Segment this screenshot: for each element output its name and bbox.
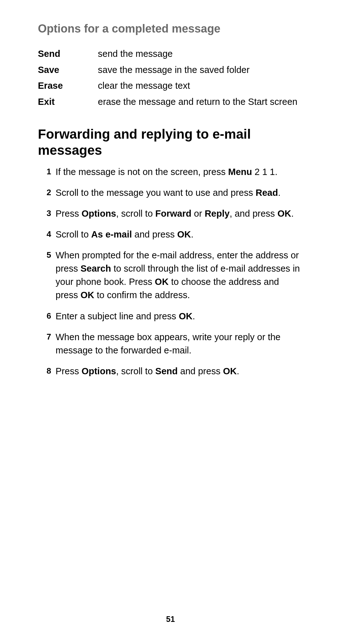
step-number: 1 (38, 165, 56, 178)
options-term: Erase (38, 79, 98, 92)
step-text: If the message is not on the screen, pre… (56, 165, 303, 178)
step-number: 2 (38, 186, 56, 199)
options-desc: send the message (98, 47, 303, 60)
step-number: 5 (38, 249, 56, 261)
step-text: When the message box appears, write your… (56, 330, 303, 357)
options-subheading: Options for a completed message (38, 22, 303, 35)
step-number: 3 (38, 207, 56, 220)
manual-page: Options for a completed message Send sen… (0, 0, 341, 644)
step-item: 5 When prompted for the e-mail address, … (38, 249, 303, 302)
page-number: 51 (0, 615, 341, 624)
step-item: 4 Scroll to As e-mail and press OK. (38, 228, 303, 241)
step-text: Enter a subject line and press OK. (56, 310, 303, 323)
step-text: When prompted for the e-mail address, en… (56, 249, 303, 302)
step-text: Press Options, scroll to Forward or Repl… (56, 207, 303, 220)
step-text: Scroll to the message you want to use an… (56, 186, 303, 199)
step-item: 8 Press Options, scroll to Send and pres… (38, 364, 303, 378)
step-text: Scroll to As e-mail and press OK. (56, 228, 303, 241)
options-desc: save the message in the saved folder (98, 63, 303, 76)
step-item: 1 If the message is not on the screen, p… (38, 165, 303, 178)
options-row: Save save the message in the saved folde… (38, 63, 303, 76)
options-term: Send (38, 47, 98, 60)
options-desc: clear the message text (98, 79, 303, 92)
options-row: Erase clear the message text (38, 79, 303, 92)
options-desc: erase the message and return to the Star… (98, 95, 303, 108)
step-text: Press Options, scroll to Send and press … (56, 364, 303, 378)
step-number: 6 (38, 310, 56, 322)
main-heading: Forwarding and replying to e-mail messag… (38, 126, 303, 158)
options-term: Exit (38, 95, 98, 108)
step-number: 8 (38, 364, 56, 377)
step-number: 7 (38, 330, 56, 343)
steps-list: 1 If the message is not on the screen, p… (38, 165, 303, 378)
step-number: 4 (38, 228, 56, 240)
step-item: 6 Enter a subject line and press OK. (38, 310, 303, 323)
options-term: Save (38, 63, 98, 76)
step-item: 7 When the message box appears, write yo… (38, 330, 303, 357)
options-row: Exit erase the message and return to the… (38, 95, 303, 108)
step-item: 2 Scroll to the message you want to use … (38, 186, 303, 199)
options-row: Send send the message (38, 47, 303, 60)
step-item: 3 Press Options, scroll to Forward or Re… (38, 207, 303, 220)
options-table: Send send the message Save save the mess… (38, 47, 303, 108)
